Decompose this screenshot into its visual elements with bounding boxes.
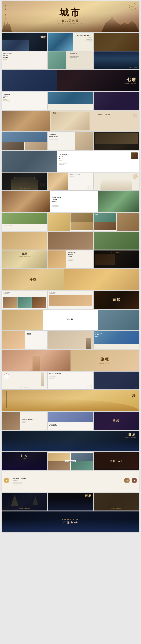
- main-title-cn: 城市: [58, 6, 83, 18]
- slide-35: The BeautyOf TheWorld: [94, 331, 139, 349]
- slide6-photo-right: DUBAI TRAVEL Lorem ipsum dolor sit ametc…: [68, 52, 93, 69]
- slide3-body: Lorem ipsum dolorsit amet consecteturadi…: [77, 39, 92, 42]
- slide29-g2: [18, 297, 32, 308]
- slide46-label: DUBAI TRAVEL: [65, 460, 76, 462]
- slide31-cn: 御邦: [112, 298, 120, 302]
- slide12-title: DUBAI TRAVEL: [98, 114, 137, 115]
- slide-51: DUBAI TRAVEL: [94, 493, 139, 510]
- badge-text: 迪拜传奇: [131, 6, 134, 7]
- slide38-body: Lorem ipsum dolorsit amet consecteturadi…: [49, 376, 92, 379]
- slide6-title: DUBAI TRAVEL: [70, 53, 92, 54]
- slide11-photo-overlay: [94, 92, 139, 110]
- slide10-label: DUBAI TRAVEL: [49, 106, 58, 108]
- slide52-content: DUBAI TRAVEL 广阔与恬: [2, 512, 139, 532]
- slide20-en-title: The BeautyOf TheWorld: [52, 196, 96, 203]
- slide3-dots: [77, 37, 92, 38]
- slide19-label: DUBAI TRAVEL: [113, 188, 120, 190]
- slide-34: [48, 331, 93, 349]
- dot3: [92, 37, 92, 38]
- slide-row-29-30: GALLERY GALLERY 御邦: [2, 291, 139, 309]
- slide29-g1: [3, 297, 17, 308]
- slide20-center: The BeautyOf TheWorld Lorem ipsum dolors…: [50, 194, 98, 209]
- slide50-night-city: [48, 498, 93, 511]
- slide-31: 御邦: [94, 291, 139, 309]
- slide-row-5-6: The BeautyOf TheWorld Lorem ipsum dolor …: [2, 52, 139, 69]
- slide-20: The BeautyOf TheWorld Lorem ipsum dolors…: [2, 191, 139, 212]
- slide41-img: [2, 412, 20, 430]
- dot1: [89, 37, 90, 38]
- slide49-triangle2: [33, 496, 38, 505]
- slide37-bottle: [41, 372, 44, 386]
- slide21-content: DUBAI TRAVEL: [2, 224, 47, 231]
- slide25-sub: DUBAI TRAVEL: [19, 256, 30, 257]
- slide14-photo-right: [75, 132, 93, 150]
- slide45-lights: [2, 458, 47, 470]
- slide48-text-block: DUBAI TRAVEL TRAVELS Lorem ipsum dolor s…: [11, 478, 122, 485]
- slide2-sub: DUBAI TRAVEL: [37, 40, 46, 40]
- slide5-gold-line: [4, 60, 7, 60]
- slide49-triangle1: [11, 494, 19, 506]
- slide18-content: DUBAI TRAVEL Lorem ipsumdolor sit amet 0…: [68, 172, 93, 190]
- slide23-img-right: [116, 213, 139, 231]
- slide-44: 世界 DUBAI TRAVEL: [2, 431, 139, 451]
- slide29-title: GALLERY: [4, 292, 10, 294]
- slide38-num: 03: [87, 384, 92, 390]
- slide13-img-top: [2, 132, 47, 142]
- slide-15: DUBAI TRAVEL: [94, 132, 139, 150]
- slide44-city-night: [2, 439, 139, 451]
- slide28-overlay: [64, 269, 139, 290]
- slide-6: DUBAI TRAVEL Lorem ipsum dolor sit ametc…: [48, 52, 93, 69]
- slide32-cn: 心动: [67, 318, 74, 321]
- slide34-person: [86, 338, 91, 349]
- slide-36: 旅程 DUBAI TRAVEL: [2, 350, 139, 371]
- slide46-img4: [71, 461, 93, 470]
- slide15-label: DUBAI TRAVEL: [111, 148, 122, 148]
- slide30-title: GALLERY: [49, 292, 55, 294]
- slide33-img: [2, 331, 25, 349]
- hero-title-block: 城市 如此的美丽 The Beauty Of The World: [58, 6, 83, 24]
- slide-48: ★ DUBAI TRAVEL TRAVELS Lorem ipsum dolor…: [2, 471, 139, 492]
- slide33-body: Lorem ipsumdolor sit: [27, 336, 46, 338]
- left-deco-text: DUBAI TRAVEL: [5, 5, 6, 21]
- slide3-text: DUBAI TRAVEL Lorem ipsum dolorsit amet c…: [77, 35, 92, 42]
- slide5-en-title: The BeautyOf TheWorld: [4, 53, 46, 59]
- slide20-right-img: [98, 191, 139, 212]
- slide-row-33-34: 生活 Lorem ipsumdolor sit The BeautyOf The…: [2, 331, 139, 349]
- slide32-en: DUBAI TRAVEL: [67, 322, 74, 322]
- slide-17: DUBAI TRAVEL 06: [2, 172, 47, 190]
- slide-row-49-50: DUBAI TRAVEL 斑斓 DUBAI TRAVEL: [2, 493, 139, 510]
- slide-row-2-3: 城市 DUBAI TRAVEL DUBAI TRAVEL Lorem ipsum…: [2, 33, 139, 51]
- slide20-body: Lorem ipsum dolorsit amet consectetur: [52, 205, 96, 207]
- slide12-body: Lorem ipsumdolor sit amet: [98, 116, 137, 118]
- slide22-img-right-bot: [71, 222, 93, 230]
- slide44-cn: 世界: [128, 432, 136, 437]
- slide-52: DUBAI TRAVEL 广阔与恬: [2, 512, 139, 532]
- slide38-title: DUBAI TRAVEL: [49, 373, 92, 374]
- slide-10: DUBAI TRAVEL: [48, 92, 93, 110]
- slide18-label: DUBAI TRAVEL: [70, 174, 92, 175]
- slide24-img3: [94, 232, 139, 250]
- slide32-img1: [2, 310, 43, 330]
- title-en: The Beauty Of The World: [58, 23, 83, 24]
- slide-24: [2, 232, 139, 250]
- slide-row-17-18: DUBAI TRAVEL 06 DUBAI TRAVEL Lorem ipsum…: [2, 172, 139, 190]
- slide2-title: 城市: [40, 36, 46, 39]
- slide-47: DUBAI: [94, 452, 139, 470]
- slide-37: DUBAI DUBAI TRAVEL: [2, 372, 47, 390]
- slide44-sub: DUBAI TRAVEL: [125, 437, 136, 438]
- slide33-content: 生活 Lorem ipsumdolor sit: [25, 331, 47, 340]
- slide-42: The BeautyOf The World: [48, 412, 93, 430]
- sub-title-cn: 如此的美丽: [58, 19, 83, 22]
- slide-row-25-26: 海星 DUBAI TRAVEL The BeautyOf TheWorld Lo…: [2, 250, 139, 268]
- slide16-body: Lorem ipsum dolor sit ametconsectetur ad…: [59, 162, 137, 165]
- slide27-photo: [95, 254, 115, 265]
- slide-45: 灯火 DUBAI: [2, 452, 47, 470]
- slide4-overlay: [94, 33, 139, 51]
- slide18-img: [48, 172, 68, 190]
- brand-badge: 迪拜传奇: [129, 3, 136, 10]
- slide45-cn: 灯火: [21, 454, 28, 458]
- slide35-title: The BeautyOf TheWorld: [95, 332, 102, 337]
- slide22-img-right-top: [71, 213, 93, 222]
- slide-18: DUBAI TRAVEL Lorem ipsumdolor sit amet 0…: [48, 172, 93, 190]
- slide46-img2: [71, 453, 93, 461]
